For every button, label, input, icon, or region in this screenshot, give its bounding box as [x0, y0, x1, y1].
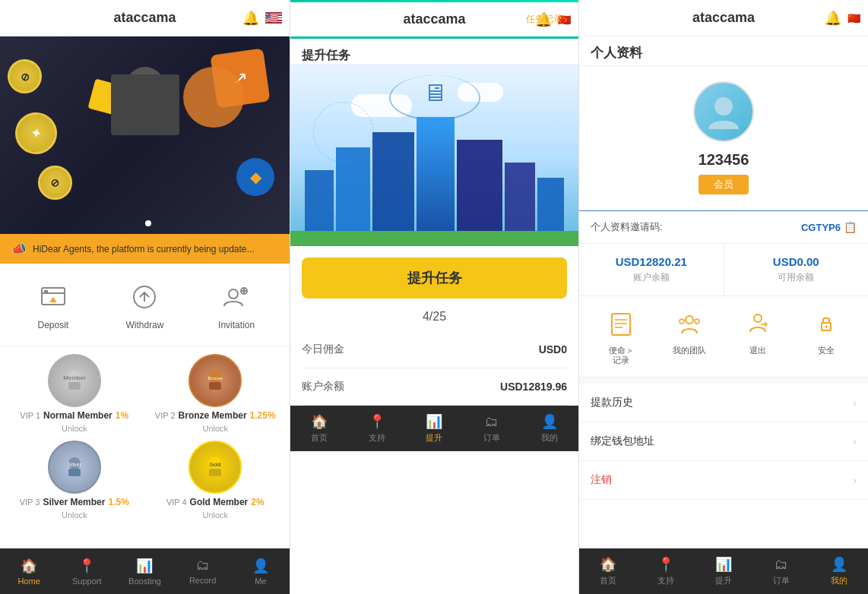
vip-4-info: VIP 4 Gold Member 2% — [166, 497, 265, 507]
nav-home[interactable]: 🏠 Home — [10, 558, 48, 586]
svg-rect-3 — [44, 290, 48, 292]
vip-2-rate: 1.25% — [250, 410, 276, 421]
vip-1-item: Member VIP 1 Normal Member 1% Unlock — [8, 354, 141, 433]
boost-nav-boost[interactable]: 📊 提升 — [415, 413, 453, 444]
deposit-action[interactable]: Deposit — [35, 279, 71, 330]
boost-nav-support[interactable]: 📍 支持 — [358, 413, 396, 444]
svg-point-6 — [229, 289, 238, 299]
profile-logo: ataccama — [692, 10, 755, 26]
grass-bar — [290, 231, 578, 246]
svg-point-27 — [686, 316, 693, 324]
nav-me[interactable]: 👤 Me — [242, 558, 280, 586]
vip-3-badge: Silver — [48, 441, 101, 494]
svg-point-28 — [680, 319, 684, 324]
profile-nav-home[interactable]: 🏠 首页 — [589, 556, 627, 586]
logout-label: 注销 — [591, 473, 612, 487]
withdraw-history-item[interactable]: 提款历史 › — [579, 384, 868, 422]
invite-code-container: CGTYP6 📋 — [801, 221, 857, 233]
vip-4-tier: VIP 4 — [166, 498, 187, 507]
nav-boosting[interactable]: 📊 Boosting — [125, 558, 163, 586]
svg-point-33 — [825, 326, 828, 328]
task-record-chevron: › — [564, 14, 567, 25]
vip-1-rate: 1% — [116, 410, 128, 421]
banner-content: ⊘ ✦ ⊘ ↗ ◆ — [0, 36, 290, 234]
home-panel: ataccama 🔔 🇺🇸 ⊘ ✦ ⊘ ↗ — [0, 0, 290, 594]
logout-chevron: › — [853, 474, 857, 486]
team-icon-label: 我的团队 — [673, 346, 706, 355]
svg-rect-17 — [68, 469, 81, 476]
stat-commission-label: 今日佣金 — [302, 343, 344, 356]
records-icon-item[interactable]: 便命＞记录 — [604, 308, 638, 365]
logout-item[interactable]: 注销 › — [579, 461, 868, 500]
home-nav-icon: 🏠 — [21, 558, 37, 574]
user-id: 123456 — [699, 151, 749, 169]
task-record-link[interactable]: 任务记录 › — [526, 13, 567, 26]
boost-nav-orders[interactable]: 🗂 订单 — [473, 414, 511, 444]
nav-support-label: Support — [72, 577, 102, 586]
arc-decoration — [389, 75, 480, 121]
team-icon-item[interactable]: 我的团队 — [673, 308, 706, 365]
logout-icon-label: 退出 — [749, 346, 766, 355]
svg-rect-20 — [209, 469, 221, 476]
boost-button[interactable]: 提升任务 — [302, 258, 567, 299]
vip-3-tier: VIP 3 — [20, 498, 40, 507]
svg-rect-11 — [68, 382, 81, 390]
boost-nav-home[interactable]: 🏠 首页 — [300, 413, 338, 444]
profile-orders-icon: 🗂 — [775, 557, 788, 573]
vip-2-info: VIP 2 Bronze Member 1.25% — [155, 410, 276, 421]
nav-record[interactable]: 🗂 Record — [184, 558, 222, 585]
building-3 — [372, 132, 414, 231]
deposit-icon — [35, 279, 71, 315]
invitation-action[interactable]: Invitation — [218, 279, 255, 330]
record-nav-icon: 🗂 — [196, 558, 210, 573]
profile-flag-icon[interactable]: 🇨🇳 — [847, 12, 860, 24]
orbit-ring — [313, 102, 374, 163]
boost-home-icon: 🏠 — [311, 413, 328, 430]
profile-menu-list: 提款历史 › 绑定钱包地址 › 注销 › — [579, 384, 868, 548]
svg-text:Gold: Gold — [210, 462, 221, 467]
bind-wallet-item[interactable]: 绑定钱包地址 › — [579, 422, 868, 461]
vip-3-info: VIP 3 Silver Member 1.5% — [20, 497, 129, 507]
boost-nav-boost-label: 提升 — [426, 432, 442, 444]
vip-1-unlock: Unlock — [62, 424, 87, 433]
boost-nav-me[interactable]: 👤 我的 — [531, 413, 569, 444]
team-icon — [673, 308, 706, 341]
security-icon-item[interactable]: 安全 — [809, 308, 843, 365]
member-badge: 会员 — [699, 175, 749, 194]
boost-title: 提升任务 — [290, 39, 578, 64]
bell-icon[interactable]: 🔔 — [242, 10, 259, 27]
profile-nav-orders[interactable]: 🗂 订单 — [762, 557, 800, 586]
boost-me-icon: 👤 — [541, 413, 558, 430]
banner-coin-3: ⊘ — [38, 166, 72, 200]
profile-title: 个人资料 — [579, 36, 868, 66]
vip-1-tier: VIP 1 — [20, 411, 40, 420]
vip-grid: Member VIP 1 Normal Member 1% Unlock Bro… — [8, 354, 282, 520]
nav-support[interactable]: 📍 Support — [68, 558, 106, 586]
profile-bell-icon[interactable]: 🔔 — [825, 10, 841, 27]
withdraw-label: Withdraw — [125, 320, 163, 330]
account-balance-label: 账户余额 — [591, 271, 712, 284]
profile-nav-support[interactable]: 📍 支持 — [647, 556, 685, 586]
profile-nav-boost[interactable]: 📊 提升 — [705, 556, 743, 586]
vip-4-rate: 2% — [251, 497, 264, 507]
me-nav-icon: 👤 — [252, 558, 269, 574]
vip-4-name: Gold Member — [190, 497, 249, 507]
us-flag-icon[interactable]: 🇺🇸 — [265, 12, 282, 24]
deposit-label: Deposit — [37, 320, 68, 330]
copy-icon[interactable]: 📋 — [844, 221, 857, 233]
vip-4-badge: Gold — [188, 441, 242, 494]
building-1 — [305, 170, 334, 231]
profile-nav-me[interactable]: 👤 我的 — [820, 556, 858, 586]
withdraw-action[interactable]: Withdraw — [125, 279, 163, 330]
vip-4-unlock: Unlock — [202, 510, 228, 520]
security-icon-label: 安全 — [818, 346, 835, 355]
security-icon — [809, 308, 843, 341]
boost-progress: 4/25 — [290, 310, 578, 324]
svg-rect-23 — [612, 314, 630, 335]
building-6 — [505, 163, 535, 231]
profile-nav-me-label: 我的 — [831, 575, 847, 586]
logout-icon-item[interactable]: 退出 — [741, 308, 775, 365]
home-logo: ataccama — [113, 10, 176, 26]
account-balance: USD12820.21 账户余额 — [579, 244, 724, 295]
building-7 — [537, 178, 564, 231]
